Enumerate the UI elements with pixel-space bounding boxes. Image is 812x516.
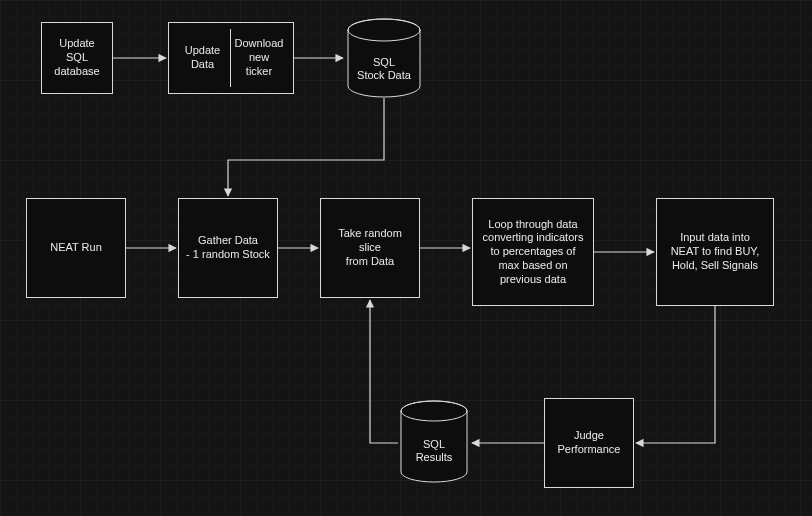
- node-label: Loop through data converting indicators …: [483, 218, 584, 287]
- node-update-sql-database: Update SQL database: [41, 22, 113, 94]
- node-label: Judge Performance: [558, 429, 621, 457]
- split-right: Download new ticker: [231, 33, 287, 82]
- db-sql-stock-data: SQL Stock Data: [345, 18, 423, 98]
- node-label: Gather Data - 1 random Stock: [186, 234, 270, 262]
- node-update-download: Update Data Download new ticker: [168, 22, 294, 94]
- node-loop-convert: Loop through data converting indicators …: [472, 198, 594, 306]
- node-label: Input data into NEAT to find BUY, Hold, …: [671, 231, 760, 272]
- node-random-slice: Take random slice from Data: [320, 198, 420, 298]
- node-label: Update Data: [185, 44, 220, 72]
- node-label: Update SQL database: [54, 37, 99, 78]
- node-label: NEAT Run: [50, 241, 102, 255]
- node-gather-data: Gather Data - 1 random Stock: [178, 198, 278, 298]
- node-judge-performance: Judge Performance: [544, 398, 634, 488]
- db-label: SQL Stock Data: [345, 56, 423, 82]
- node-label: Take random slice from Data: [327, 227, 413, 268]
- node-input-neat: Input data into NEAT to find BUY, Hold, …: [656, 198, 774, 306]
- node-neat-run: NEAT Run: [26, 198, 126, 298]
- node-label: Download new ticker: [235, 37, 284, 78]
- db-label: SQL Results: [398, 438, 470, 464]
- db-sql-results: SQL Results: [398, 400, 470, 484]
- split-left: Update Data: [175, 40, 230, 76]
